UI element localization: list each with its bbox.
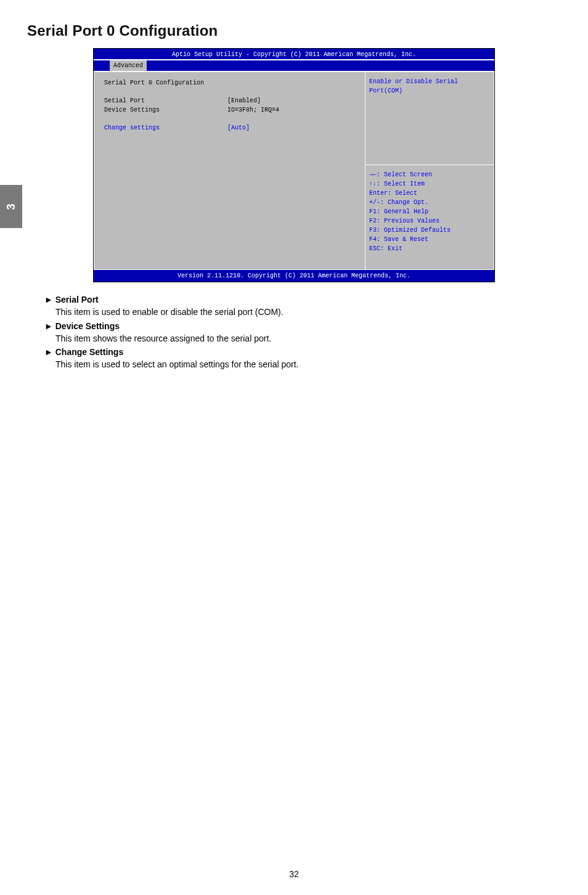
bios-key-line: →←: Select Screen [369,170,490,179]
bios-help-panel: Enable or Disable Serial Port(COM) [365,72,494,165]
bios-key-line: F1: General Help [369,207,490,216]
bios-help-line: Enable or Disable Serial [369,77,490,86]
bios-row-value: [Auto] [227,123,250,133]
page-number: 32 [0,869,588,879]
bios-key-line: ESC: Exit [369,244,490,253]
bios-row-value: IO=3F8h; IRQ=4 [227,105,279,115]
bios-header: Aptio Setup Utility - Copyright (C) 2011… [94,49,494,59]
desc-head-device-settings: ► Device Settings [44,320,556,332]
chapter-number: 3 [4,203,17,210]
bios-section-title: Serial Port 0 Configuration [104,78,359,88]
bios-keys-panel: →←: Select Screen ↑↓: Select Item Enter:… [365,165,494,269]
desc-body-serial-port: This item is used to enable or disable t… [44,306,556,318]
desc-body-device-settings: This item shows the resource assigned to… [44,332,556,345]
bios-key-line: +/-: Change Opt. [369,198,490,207]
bios-row-label: Change settings [104,123,227,133]
bios-row-serial-port[interactable]: Setial Port [Enabled] [104,96,359,105]
bios-row-change-settings[interactable]: Change settings [Auto] [104,123,359,133]
bios-main-panel: Serial Port 0 Configuration Setial Port … [94,72,365,270]
bios-key-line: F2: Previous Values [369,216,490,226]
bios-tab-advanced[interactable]: Advanced [110,60,147,71]
bios-key-line: ↑↓: Select Item [369,179,490,189]
bios-key-line: F3: Optimized Defaults [369,226,490,235]
bios-help-line: Port(COM) [369,86,490,96]
bios-footer: Version 2.11.1210. Copyright (C) 2011 Am… [94,270,494,282]
bios-key-line: Enter: Select [369,189,490,198]
page-title: Serial Port 0 Configuration [27,22,561,39]
bios-row-label: Setial Port [104,96,227,105]
description-block: ► Serial Port This item is used to enabl… [27,293,561,371]
desc-head-change-settings: ► Change Settings [44,346,556,358]
bios-screenshot: Aptio Setup Utility - Copyright (C) 2011… [93,48,495,282]
chapter-tab: 3 [0,185,22,228]
bios-row-label: Device Settings [104,105,227,115]
bios-key-line: F4: Save & Reset [369,235,490,244]
desc-body-change-settings: This item is used to select an optimal s… [44,358,556,370]
bios-row-value: [Enabled] [227,96,261,105]
bios-row-device-settings: Device Settings IO=3F8h; IRQ=4 [104,105,359,115]
bios-tabs: Advanced [94,60,494,71]
desc-head-serial-port: ► Serial Port [44,293,556,306]
